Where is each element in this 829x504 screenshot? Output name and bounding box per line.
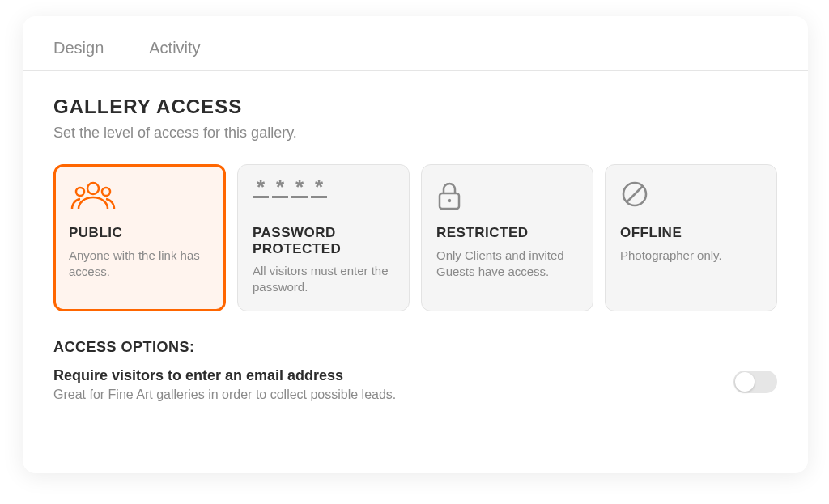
access-card-restricted[interactable]: RESTRICTED Only Clients and invited Gues… xyxy=(421,164,593,311)
access-level-cards: PUBLIC Anyone with the link has access. … xyxy=(53,164,777,311)
card-title: RESTRICTED xyxy=(436,225,578,241)
prohibited-icon xyxy=(620,180,762,215)
option-text: Require visitors to enter an email addre… xyxy=(53,367,396,402)
section-subtitle: Set the level of access for this gallery… xyxy=(53,125,777,142)
option-require-email: Require visitors to enter an email addre… xyxy=(53,367,777,402)
card-desc: Photographer only. xyxy=(620,248,762,264)
lock-icon xyxy=(436,180,578,215)
card-desc: All visitors must enter the password. xyxy=(253,263,394,296)
option-title: Require visitors to enter an email addre… xyxy=(53,367,396,384)
card-title: PASSWORD PROTECTED xyxy=(253,225,394,256)
card-title: PUBLIC xyxy=(69,225,210,241)
people-icon xyxy=(69,180,210,215)
svg-point-1 xyxy=(76,188,84,196)
svg-line-6 xyxy=(627,186,643,202)
access-card-password[interactable]: **** PASSWORD PROTECTED All visitors mus… xyxy=(237,164,410,311)
tab-design[interactable]: Design xyxy=(53,39,104,57)
tabs: Design Activity xyxy=(23,16,808,71)
toggle-knob xyxy=(735,372,755,392)
card-desc: Only Clients and invited Guests have acc… xyxy=(436,248,578,281)
access-card-offline[interactable]: OFFLINE Photographer only. xyxy=(605,164,777,311)
content-area: GALLERY ACCESS Set the level of access f… xyxy=(23,71,808,426)
svg-point-2 xyxy=(102,188,110,196)
require-email-toggle[interactable] xyxy=(733,371,777,393)
section-title: GALLERY ACCESS xyxy=(53,95,777,118)
svg-point-0 xyxy=(87,183,99,194)
option-desc: Great for Fine Art galleries in order to… xyxy=(53,388,396,402)
settings-panel: Design Activity GALLERY ACCESS Set the l… xyxy=(23,16,808,473)
asterisks-icon: **** xyxy=(253,180,394,215)
card-desc: Anyone with the link has access. xyxy=(69,248,210,281)
card-title: OFFLINE xyxy=(620,225,762,241)
tab-activity[interactable]: Activity xyxy=(149,39,200,57)
svg-point-4 xyxy=(448,199,451,202)
access-options-heading: ACCESS OPTIONS: xyxy=(53,339,777,356)
access-card-public[interactable]: PUBLIC Anyone with the link has access. xyxy=(53,164,226,311)
